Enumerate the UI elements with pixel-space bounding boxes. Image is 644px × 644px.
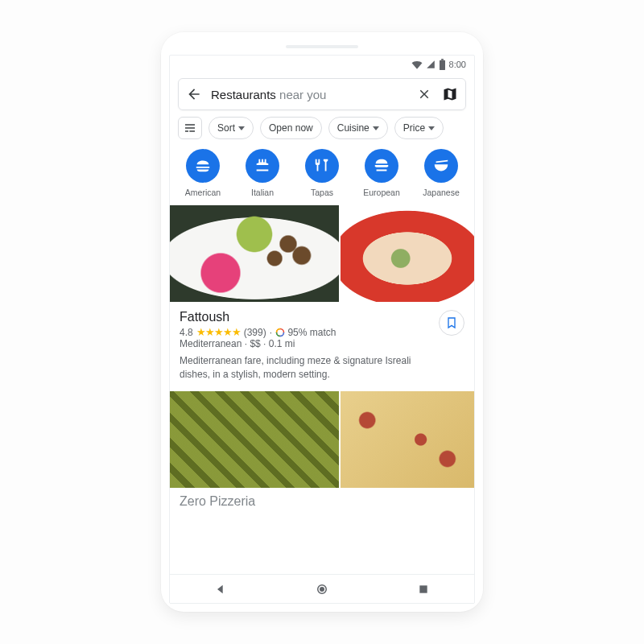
result-title: Fattoush	[180, 310, 464, 324]
burger-icon	[186, 149, 220, 183]
bookmark-button[interactable]	[439, 310, 464, 336]
phone-frame: 8:00 Restaurants near you Sort Open now	[161, 32, 483, 612]
clock-text: 8:00	[449, 60, 466, 69]
back-icon[interactable]	[185, 85, 203, 103]
result-image[interactable]	[170, 391, 339, 488]
category-tapas[interactable]: Tapas	[299, 149, 345, 197]
filter-open-now[interactable]: Open now	[260, 117, 322, 139]
result-title: Zero Pizzeria	[180, 494, 464, 509]
filter-cuisine[interactable]: Cuisine	[328, 117, 388, 139]
category-european[interactable]: European	[358, 149, 405, 197]
svg-rect-8	[419, 585, 427, 592]
nav-recent-icon[interactable]	[407, 584, 440, 595]
search-suffix: near you	[276, 88, 327, 101]
chevron-down-icon	[238, 126, 245, 130]
italian-icon	[246, 149, 279, 183]
category-japanese[interactable]: Japanese	[418, 149, 464, 197]
result-tags: Mediterranean · $$ · 0.1 mi	[180, 338, 464, 349]
result-image-row[interactable]	[170, 205, 474, 302]
category-american[interactable]: American	[180, 149, 226, 197]
chevron-down-icon	[428, 126, 435, 130]
review-count: (399)	[244, 327, 266, 338]
result-image-row[interactable]	[170, 391, 474, 488]
result-card-zero-pizzeria[interactable]: Zero Pizzeria	[170, 488, 474, 509]
result-image[interactable]	[170, 205, 339, 302]
search-term: Restaurants	[211, 88, 276, 101]
result-image[interactable]	[341, 205, 474, 302]
status-bar: 8:00	[170, 56, 474, 73]
search-query[interactable]: Restaurants near you	[211, 88, 407, 101]
map-icon[interactable]	[441, 85, 459, 103]
tapas-icon	[305, 149, 339, 183]
svg-rect-1	[441, 59, 444, 60]
phone-speaker	[286, 45, 358, 48]
chevron-down-icon	[373, 126, 379, 130]
cell-signal-icon	[426, 60, 436, 69]
filter-price[interactable]: Price	[394, 117, 444, 139]
european-icon	[365, 149, 398, 183]
filter-chip-row: Sort Open now Cuisine Price	[170, 117, 474, 147]
svg-point-7	[320, 587, 324, 592]
category-italian[interactable]: Italian	[239, 149, 286, 197]
clear-icon[interactable]	[415, 85, 433, 103]
wifi-icon	[411, 60, 423, 69]
result-image[interactable]	[341, 391, 474, 488]
star-icon: ★★★★★	[196, 326, 241, 338]
result-card-fattoush[interactable]: Fattoush 4.8 ★★★★★ (399) · 95% match Med…	[170, 302, 474, 391]
match-badge: 95% match	[275, 327, 336, 338]
android-nav-bar	[170, 574, 474, 603]
filter-tune-button[interactable]	[178, 117, 202, 139]
result-description: Mediterranean fare, including meze & sig…	[180, 354, 421, 382]
results-list[interactable]: Fattoush 4.8 ★★★★★ (399) · 95% match Med…	[170, 205, 474, 574]
battery-icon	[439, 59, 446, 70]
result-meta: 4.8 ★★★★★ (399) · 95% match	[180, 326, 464, 338]
rating-value: 4.8	[180, 327, 193, 338]
filter-sort[interactable]: Sort	[208, 117, 254, 139]
search-bar[interactable]: Restaurants near you	[178, 78, 466, 110]
screen: 8:00 Restaurants near you Sort Open now	[169, 55, 475, 604]
japanese-icon	[424, 149, 458, 183]
svg-rect-0	[440, 60, 445, 70]
category-row: American Italian Tapas European	[170, 147, 474, 205]
nav-back-icon[interactable]	[204, 583, 237, 596]
nav-home-icon[interactable]	[306, 582, 338, 597]
